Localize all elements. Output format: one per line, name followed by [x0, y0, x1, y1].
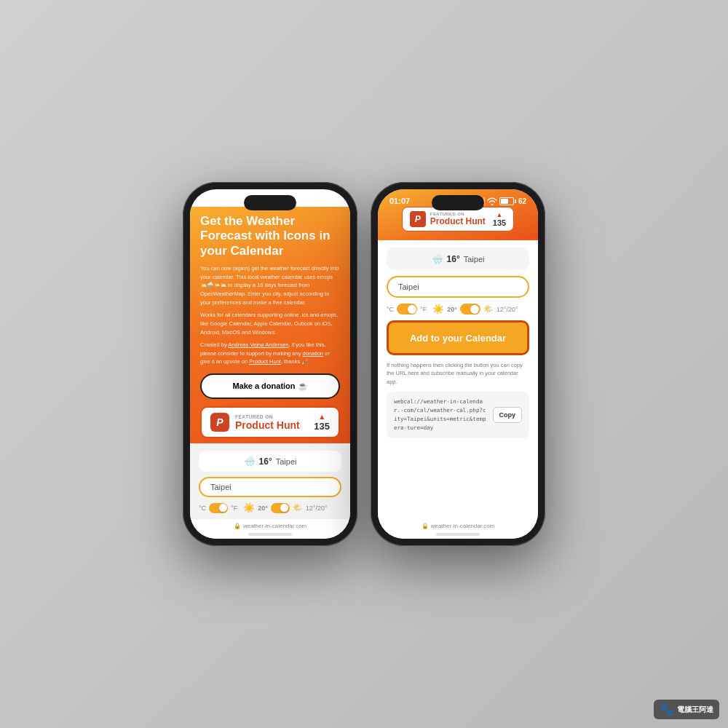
product-hunt-badge-2[interactable]: P FEATURED ON Product Hunt ▲ 135 [402, 207, 514, 232]
wifi-icon-1 [299, 197, 309, 205]
battery-pct-1: 62 [331, 197, 339, 205]
add-calendar-btn-label: Add to your Calendar [410, 333, 506, 344]
phone1-bottom-preview: 🌧️ 16° Taipei Taipei °C °F ☀️ 20° [190, 443, 350, 519]
hero-desc1: You can now (again) get the weather fore… [200, 264, 340, 306]
fahrenheit-label-2: °F [420, 306, 427, 313]
hero-desc2: Works for all calendars supporting onlin… [200, 311, 340, 336]
phone1-hero: Get the Weather Forecast with Icons in y… [190, 207, 350, 443]
celsius-toggle-preview[interactable] [209, 503, 228, 513]
watermark-text: 電腦王阿達 [677, 705, 713, 715]
phone2-url: weather-in-calendar.com [431, 523, 495, 529]
ph-count-1: 135 [314, 421, 330, 432]
battery-icon-2 [499, 197, 516, 205]
ph-count-2: 135 [493, 218, 506, 227]
phone-1-frame: 01:07 62 [183, 182, 357, 546]
product-hunt-badge-1[interactable]: P FEATURED ON Product Hunt ▲ 135 [200, 406, 340, 438]
phone2-bottom-bar: 🔒 weather-in-calendar.com [378, 519, 538, 539]
weather-city-2: Taipei [464, 255, 485, 264]
celsius-label-2: °C [387, 306, 394, 313]
watermark: 🐾 電腦王阿達 [654, 700, 719, 719]
phone1-url: weather-in-calendar.com [243, 523, 307, 529]
city-input-preview[interactable]: Taipei [199, 477, 341, 497]
copy-instructions: If nothing happens then clicking the but… [387, 361, 529, 386]
add-calendar-button[interactable]: Add to your Calendar [387, 320, 529, 355]
wifi-icon-2 [487, 197, 497, 205]
weather-temp-preview: 16° [259, 456, 272, 467]
battery-icon-1 [312, 197, 328, 205]
url-box: webcal://weather-in-calendar.-com/cal/we… [387, 392, 529, 438]
phone2-body: 🌧️ 16° Taipei Taipei °C °F ☀️ 20° [378, 240, 538, 519]
ph-name-2: Product Hunt [430, 216, 486, 226]
celsius-label-preview: °C [199, 505, 206, 512]
phone-1-screen: 01:07 62 [190, 189, 350, 539]
fahrenheit-label-preview: °F [231, 505, 237, 512]
ph-featured-label-1: FEATURED ON [235, 414, 300, 419]
donation-button-label: Make a donation ☕ [232, 381, 307, 391]
phone1-bottom-bar: 🔒 weather-in-calendar.com [190, 519, 350, 539]
city-input-2[interactable]: Taipei [387, 276, 529, 298]
battery-pct-2: 62 [518, 197, 526, 205]
donation-button[interactable]: Make a donation ☕ [200, 373, 340, 399]
temp2-2: 12°/20° [496, 306, 518, 313]
copy-button[interactable]: Copy [493, 407, 523, 423]
dynamic-island-2 [432, 195, 484, 210]
weather-row-2: 🌧️ 16° Taipei [387, 248, 529, 270]
dynamic-island-1 [244, 195, 296, 210]
hero-desc3: Created by Andreas Vejnø Andersen, if yo… [200, 341, 340, 366]
status-time-1: 01:07 [202, 197, 222, 205]
celsius-toggle-2[interactable] [397, 304, 417, 314]
phone-2-screen: 01:07 62 [378, 189, 538, 539]
ph-name-1: Product Hunt [235, 419, 300, 431]
temp1-preview: 20° [258, 505, 268, 512]
temp-toggle-2[interactable] [460, 304, 480, 314]
temp-toggle-preview[interactable] [271, 503, 290, 513]
temp1-2: 20° [447, 306, 457, 313]
units-row-2: °C °F ☀️ 20° 🌤️ 12°/20° [387, 304, 529, 314]
weather-city-preview: Taipei [276, 457, 297, 466]
url-text: webcal://weather-in-calendar.-com/cal/we… [394, 397, 488, 432]
ph-arrow-1: ▲ [318, 414, 325, 421]
ph-logo-2: P [410, 211, 426, 227]
weather-temp-2: 16° [447, 254, 460, 264]
status-time-2: 01:07 [389, 197, 410, 205]
ph-arrow-2: ▲ [496, 212, 503, 218]
temp2-preview: 12°/20° [306, 505, 328, 512]
ph-logo-1: P [210, 413, 229, 432]
hero-title: Get the Weather Forecast with Icons in y… [200, 214, 340, 258]
phone-2-frame: 01:07 62 [371, 182, 545, 546]
